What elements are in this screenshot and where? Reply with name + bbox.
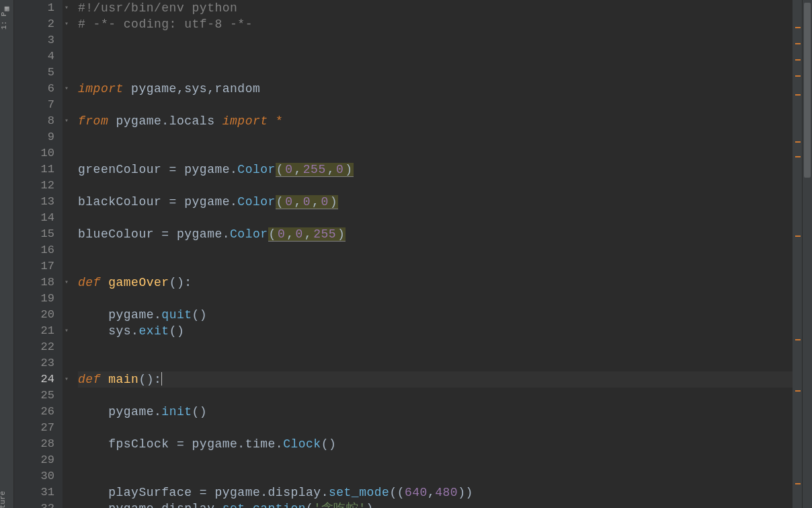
code-line[interactable]: [78, 210, 793, 226]
structure-tool-label[interactable]: ture: [0, 495, 7, 508]
stripe-mark[interactable]: [795, 390, 801, 392]
fold-toggle-icon[interactable]: ▾: [65, 328, 71, 334]
code-line[interactable]: # -*- coding: utf-8 -*-: [78, 16, 793, 32]
project-tool-label[interactable]: 1: P: [0, 16, 8, 30]
line-number[interactable]: 1: [14, 0, 63, 16]
fold-column[interactable]: ▾▾▾▾▾▾▾: [63, 0, 78, 508]
code-area[interactable]: #!/usr/bin/env python# -*- coding: utf-8…: [78, 0, 793, 508]
code-line[interactable]: [78, 468, 793, 484]
code-line[interactable]: [78, 145, 793, 161]
code-line[interactable]: def main():: [78, 371, 793, 388]
code-line[interactable]: [78, 178, 793, 194]
left-tool-rail: ▦ 1: P ★2: Favorites ture: [0, 0, 14, 508]
stripe-mark[interactable]: [795, 94, 801, 96]
line-number[interactable]: 28: [14, 436, 63, 452]
line-number[interactable]: 8: [14, 113, 63, 129]
line-number[interactable]: 25: [14, 388, 63, 404]
fold-toggle-icon[interactable]: ▾: [65, 21, 71, 28]
code-line[interactable]: [78, 291, 793, 307]
line-number[interactable]: 24: [14, 371, 63, 388]
line-number[interactable]: 29: [14, 452, 63, 468]
code-line[interactable]: from pygame.locals import *: [78, 113, 793, 129]
code-line[interactable]: def gameOver():: [78, 275, 793, 291]
line-number[interactable]: 10: [14, 145, 63, 161]
stripe-mark[interactable]: [795, 59, 801, 61]
line-number[interactable]: 4: [14, 48, 63, 65]
fold-toggle-icon[interactable]: ▾: [65, 118, 71, 124]
star-icon: ★: [0, 458, 1, 462]
code-line[interactable]: playSurface = pygame.display.set_mode((6…: [78, 484, 793, 501]
line-number[interactable]: 30: [14, 468, 63, 484]
code-line[interactable]: [78, 420, 793, 436]
stripe-mark[interactable]: [795, 75, 801, 77]
line-number[interactable]: 3: [14, 32, 63, 48]
line-number[interactable]: 12: [14, 178, 63, 194]
line-number[interactable]: 20: [14, 307, 63, 323]
line-number[interactable]: 13: [14, 194, 63, 210]
fold-toggle-icon[interactable]: ▾: [65, 85, 71, 92]
line-number[interactable]: 16: [14, 242, 63, 258]
ide-root: ▦ 1: P ★2: Favorites ture 12345678910111…: [0, 0, 812, 508]
editor: 1234567891011121314151617181920212223242…: [14, 0, 812, 508]
code-line[interactable]: sys.exit(): [78, 323, 793, 339]
line-number[interactable]: 19: [14, 291, 63, 307]
line-number[interactable]: 21: [14, 323, 63, 339]
line-number[interactable]: 17: [14, 258, 63, 275]
error-stripe[interactable]: [793, 0, 802, 508]
favorites-tool-label[interactable]: ★2: Favorites: [0, 449, 1, 462]
stripe-mark[interactable]: [795, 483, 801, 484]
scrollbar-thumb[interactable]: [804, 3, 811, 178]
line-number[interactable]: 11: [14, 161, 63, 178]
code-line[interactable]: pygame.display.set_caption('贪吃蛇'): [78, 501, 793, 508]
stripe-mark[interactable]: [795, 235, 801, 237]
stripe-mark[interactable]: [795, 339, 801, 340]
code-line[interactable]: pygame.init(): [78, 404, 793, 420]
code-line[interactable]: [78, 355, 793, 371]
line-number[interactable]: 22: [14, 339, 63, 355]
text-caret: [161, 372, 162, 386]
code-line[interactable]: [78, 65, 793, 81]
line-number[interactable]: 18: [14, 275, 63, 291]
code-line[interactable]: [78, 97, 793, 113]
line-number[interactable]: 27: [14, 420, 63, 436]
code-line[interactable]: [78, 48, 793, 65]
line-number[interactable]: 2: [14, 16, 63, 32]
code-line[interactable]: blackColour = pygame.Color(0,0,0): [78, 194, 793, 210]
code-line[interactable]: [78, 129, 793, 145]
line-number[interactable]: 31: [14, 484, 63, 501]
line-number[interactable]: 7: [14, 97, 63, 113]
stripe-mark[interactable]: [795, 27, 801, 28]
line-number[interactable]: 23: [14, 355, 63, 371]
line-number[interactable]: 5: [14, 65, 63, 81]
stripe-mark[interactable]: [795, 141, 801, 143]
code-line[interactable]: fpsClock = pygame.time.Clock(): [78, 436, 793, 452]
code-line[interactable]: [78, 339, 793, 355]
code-line[interactable]: pygame.quit(): [78, 307, 793, 323]
fold-toggle-icon[interactable]: ▾: [65, 376, 71, 383]
code-line[interactable]: [78, 388, 793, 404]
code-line[interactable]: #!/usr/bin/env python: [78, 0, 793, 16]
code-line[interactable]: [78, 452, 793, 468]
vertical-scrollbar[interactable]: [802, 0, 812, 508]
code-line[interactable]: blueColour = pygame.Color(0,0,255): [78, 226, 793, 242]
code-line[interactable]: [78, 258, 793, 275]
code-line[interactable]: greenColour = pygame.Color(0,255,0): [78, 161, 793, 178]
line-number[interactable]: 6: [14, 81, 63, 97]
line-number[interactable]: 26: [14, 404, 63, 420]
stripe-mark[interactable]: [795, 43, 801, 44]
fold-toggle-icon[interactable]: ▾: [65, 5, 71, 11]
code-line[interactable]: [78, 32, 793, 48]
line-number[interactable]: 15: [14, 226, 63, 242]
code-line[interactable]: [78, 242, 793, 258]
line-number[interactable]: 32: [14, 501, 63, 508]
line-number[interactable]: 9: [14, 129, 63, 145]
fold-toggle-icon[interactable]: ▾: [65, 279, 71, 286]
line-number[interactable]: 14: [14, 210, 63, 226]
code-line[interactable]: import pygame,sys,random: [78, 81, 793, 97]
stripe-mark[interactable]: [795, 156, 801, 157]
line-number-gutter[interactable]: 1234567891011121314151617181920212223242…: [14, 0, 63, 508]
